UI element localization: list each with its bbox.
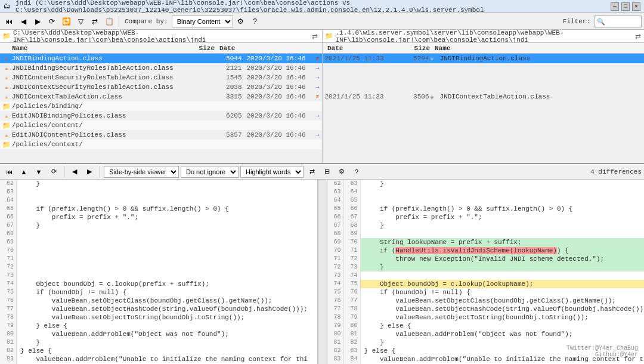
diff-settings[interactable]: ⚙ <box>335 166 348 178</box>
diff-nav-prev[interactable]: ▲ <box>17 166 30 178</box>
left-file-row[interactable]: ☕ JNDIBindingSecurityRolesTableAction.cl… <box>0 63 322 73</box>
code-line: 6566 if (prefix.length() > 0 && suffix.l… <box>327 205 645 213</box>
right-file-row[interactable] <box>323 140 645 149</box>
folder-row[interactable]: 📁/policies/context/ <box>0 140 322 149</box>
diff-swap[interactable]: ⇄ <box>305 166 318 178</box>
compare-dropdown[interactable]: Binary Content <box>172 16 233 27</box>
sync-button[interactable]: 🔁 <box>60 15 73 28</box>
code-line: 6768 } <box>327 221 645 230</box>
line-content: valueBean.addProblem("Unable to initiali… <box>17 355 317 363</box>
filter-input[interactable] <box>594 16 642 27</box>
right-path-sync-button[interactable]: ⇄ <box>635 32 642 41</box>
nav-first-button[interactable]: ⏮ <box>2 15 16 28</box>
diff-indicator: → <box>315 75 319 81</box>
swap-button[interactable]: ⇄ <box>88 15 101 28</box>
col-date-right: Date <box>323 45 394 52</box>
line-number-right: 83 <box>344 347 361 355</box>
right-file-row[interactable] <box>323 111 645 121</box>
filter-button[interactable]: ▽ <box>74 15 87 28</box>
diff-nav-back[interactable]: ◀ <box>68 166 81 178</box>
code-line: 62 } <box>0 180 317 188</box>
java-icon-right: ☕ <box>431 55 434 62</box>
viewer-dropdown[interactable]: Side-by-side viewer <box>104 166 179 178</box>
diff-toolbar: ⏮ ▲ ▼ ⟳ ◀ ▶ Side-by-side viewer Do not i… <box>0 164 644 180</box>
right-code-pane[interactable]: 6263 }636464656566 if (prefix.length() >… <box>327 180 645 364</box>
minimize-button[interactable]: ─ <box>611 2 619 11</box>
folder-row[interactable]: 📁/policies/content/ <box>0 121 322 130</box>
line-number: 78 <box>0 313 17 322</box>
file-date-right: 2021/1/25 11:33 <box>325 55 397 62</box>
right-file-row[interactable] <box>323 73 645 82</box>
code-line: 66 prefix = prefix + "."; <box>0 213 317 221</box>
maximize-button[interactable]: □ <box>621 2 630 11</box>
col-size-right: Size <box>394 45 430 52</box>
file-size: 2121 <box>209 64 242 72</box>
left-file-row[interactable]: ☕ JNDIContentSecurityRolesTableAction.cl… <box>0 73 322 82</box>
file-name: JNDIBindingAction.class <box>12 55 209 62</box>
code-line: 8182 } <box>327 338 645 347</box>
nav-prev-button[interactable]: ◀ <box>17 15 30 28</box>
line-number-right: 65 <box>344 196 361 205</box>
diff-help[interactable]: ? <box>350 166 363 178</box>
line-number: 66 <box>0 213 17 221</box>
file-name: EditJNDIContentPolicies.class <box>12 131 209 138</box>
line-number-left: 77 <box>327 305 344 313</box>
refresh-button[interactable]: ⟳ <box>45 15 58 28</box>
title-bar-left: 🗂 jndi (C:\Users\ddd\Desktop\webapp\WEB-… <box>4 0 611 14</box>
copy-button[interactable]: 📋 <box>103 15 116 28</box>
file-name: JNDIContentSecurityRolesTableAction.clas… <box>12 74 209 81</box>
line-number-left: 79 <box>327 322 344 330</box>
folder-icon: 📁 <box>2 122 11 129</box>
line-number-right: 68 <box>344 221 361 230</box>
right-file-pane: 2021/1/25 11:33 5294 ☕ JNDIBindingAction… <box>323 54 645 163</box>
line-number-left: 74 <box>327 280 344 288</box>
line-content: if (prefix.length() > 0 && suffix.length… <box>17 205 317 213</box>
ignore-dropdown[interactable]: Do not ignore <box>181 166 239 178</box>
right-file-row[interactable]: 2021/1/25 11:33 5294 ☕ JNDIBindingAction… <box>323 54 645 63</box>
java-icon: ☕ <box>2 112 11 120</box>
diff-nav-next[interactable]: ▼ <box>32 166 45 178</box>
left-code-pane[interactable]: 62 }636465 if (prefix.length() > 0 && su… <box>0 180 318 364</box>
diff-separator-2 <box>100 166 100 177</box>
right-file-row[interactable] <box>323 130 645 140</box>
highlight-dropdown[interactable]: Highlight words <box>240 166 304 178</box>
code-line: 8384 valueBean.addProblem("Unable to ini… <box>327 355 645 363</box>
close-button[interactable]: ✕ <box>632 2 640 11</box>
compare-settings-button[interactable]: ⚙ <box>234 15 247 28</box>
nav-next-button[interactable]: ▶ <box>31 15 44 28</box>
code-line: 76 valueBean.setObjectClass(boundObj.get… <box>0 297 317 305</box>
diff-split[interactable]: ⊟ <box>320 166 333 178</box>
diff-refresh[interactable]: ⟳ <box>47 166 60 178</box>
line-number-left: 67 <box>327 221 344 230</box>
folder-name: /policies/binding/ <box>12 103 83 110</box>
line-number-right: 66 <box>344 205 361 213</box>
diff-indicator: → <box>315 113 319 119</box>
folder-icon: 📁 <box>2 103 11 110</box>
right-file-row[interactable] <box>323 82 645 92</box>
left-file-row[interactable]: ☕ JNDIBindingAction.class 5044 2020/3/20… <box>0 54 322 63</box>
code-line: 7576 if (boundObj != null) { <box>327 288 645 297</box>
diff-nav-fwd[interactable]: ▶ <box>83 166 96 178</box>
file-size: 3315 <box>209 93 242 100</box>
help-button[interactable]: ? <box>249 15 262 28</box>
left-file-row[interactable]: ☕ EditJNDIBindingPolicies.class 6205 202… <box>0 111 322 121</box>
left-path-bar: 📁 C:\Users\ddd\Desktop\webapp\WEB-INF\li… <box>0 30 323 42</box>
diff-nav-first[interactable]: ⏮ <box>2 166 16 178</box>
left-path-sync-button[interactable]: ⇄ <box>311 32 320 41</box>
right-file-row[interactable] <box>323 121 645 130</box>
left-file-row[interactable]: ☕ JNDIContextSecurityRolesTableAction.cl… <box>0 82 322 92</box>
line-number: 80 <box>0 330 17 338</box>
line-number-left: 65 <box>327 205 344 213</box>
left-file-row[interactable]: ☕ EditJNDIContentPolicies.class 5857 202… <box>0 130 322 140</box>
code-line: 8081 valueBean.addProblem("Object was no… <box>327 330 645 338</box>
right-file-row[interactable] <box>323 63 645 73</box>
left-file-row[interactable]: ☕ JNDIContextTableAction.class 3315 2020… <box>0 92 322 101</box>
line-number-left: 64 <box>327 196 344 205</box>
right-path-text: .1.4.0\wls.server.symbol\server\lib\cons… <box>336 30 635 42</box>
right-file-row[interactable] <box>323 101 645 111</box>
line-number-right: 82 <box>344 338 361 347</box>
file-list-area: ☕ JNDIBindingAction.class 5044 2020/3/20… <box>0 54 644 164</box>
folder-row[interactable]: 📁/policies/binding/ <box>0 101 322 111</box>
line-number: 67 <box>0 221 17 230</box>
right-file-row[interactable]: 2021/1/25 11:33 3506 ☕ JNDIContextTableA… <box>323 92 645 101</box>
